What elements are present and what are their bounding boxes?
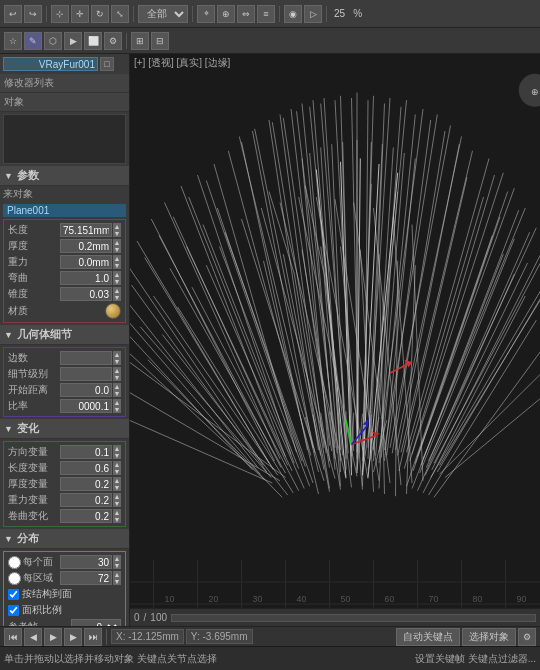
grav-var-input[interactable] [60,493,112,507]
viewport[interactable]: [+] [透视] [真实] [边缘] [130,54,540,626]
utilities-btn[interactable]: ⚙ [104,32,122,50]
per-area-input[interactable] [60,571,112,585]
render2-btn[interactable]: ▷ [304,5,322,23]
len-var-down[interactable]: ▼ [113,468,121,475]
align-btn[interactable]: ≡ [257,5,275,23]
per-area-up[interactable]: ▲ [113,571,121,578]
hierarchy-btn[interactable]: ⬡ [44,32,62,50]
undo-button[interactable]: ↩ [4,5,22,23]
grid-label-80: 80 [473,594,483,604]
thick-var-input[interactable] [60,477,112,491]
snap2-btn[interactable]: ⊕ [217,5,235,23]
mirror-btn[interactable]: ⇔ [237,5,255,23]
taper-input[interactable] [60,287,112,301]
timeline-scrubber[interactable] [171,614,536,622]
snap-btn[interactable]: ⌖ [197,5,215,23]
play-fwd-btn[interactable]: ⏭ [84,628,102,646]
ref-frame-select[interactable]: 0 [71,619,121,626]
length-input[interactable] [60,223,112,237]
thick-var-down[interactable]: ▼ [113,484,121,491]
per-area-down[interactable]: ▼ [113,578,121,585]
gravity-down[interactable]: ▼ [113,262,121,269]
gravity-up[interactable]: ▲ [113,255,121,262]
object-tree[interactable] [3,114,126,164]
grav-var-up[interactable]: ▲ [113,493,121,500]
dir-var-down[interactable]: ▼ [113,452,121,459]
thickness-up[interactable]: ▲ [113,239,121,246]
ratio-up[interactable]: ▲ [113,399,121,406]
taper-up[interactable]: ▲ [113,287,121,294]
geo-toggle[interactable]: ▼ 几何体细节 [0,325,129,345]
len-var-input[interactable] [60,461,112,475]
motion-btn[interactable]: ▶ [64,32,82,50]
flat-input[interactable] [60,383,112,397]
flat-up[interactable]: ▲ [113,383,121,390]
bend-up[interactable]: ▲ [113,271,121,278]
bend-down[interactable]: ▼ [113,278,121,285]
taper-down[interactable]: ▼ [113,294,121,301]
bend-row: 弯曲 ▲ ▼ [6,270,123,286]
per-area-radio[interactable] [8,572,21,585]
var-toggle[interactable]: ▼ 变化 [0,419,129,439]
gravity-spinner: ▲ ▼ [113,255,121,269]
per-face-up[interactable]: ▲ [113,555,121,562]
auto-key-btn[interactable]: 自动关键点 [396,628,460,646]
display-btn[interactable]: ⬜ [84,32,102,50]
length-up[interactable]: ▲ [113,223,121,230]
gravity-input[interactable] [60,255,112,269]
key-filters-btn[interactable]: ⚙ [518,628,536,646]
modifier-name-input[interactable] [3,57,98,71]
play-back-btn[interactable]: ⏮ [4,628,22,646]
layer-btn[interactable]: ⊞ [131,32,149,50]
prev-frame-btn[interactable]: ◀ [24,628,42,646]
thickness-input[interactable] [60,239,112,253]
per-face-input[interactable] [60,555,112,569]
set-key-btn[interactable]: 选择对象 [462,628,516,646]
dist-label: 分布 [17,531,39,546]
per-face-radio[interactable] [8,556,21,569]
create-btn[interactable]: ☆ [4,32,22,50]
thickness-down[interactable]: ▼ [113,246,121,253]
sides-input[interactable] [60,351,112,365]
len-var-up[interactable]: ▲ [113,461,121,468]
selection-dropdown[interactable]: 全部 [138,5,188,23]
select-btn[interactable]: ⊹ [51,5,69,23]
params-toggle[interactable]: ▼ 参数 [0,166,129,186]
scene-btn[interactable]: ⊟ [151,32,169,50]
grav-var-down[interactable]: ▼ [113,500,121,507]
bend-input[interactable] [60,271,112,285]
sides-down[interactable]: ▼ [113,358,121,365]
material-swatch[interactable] [105,303,121,319]
grid-label-70: 70 [429,594,439,604]
redo-button[interactable]: ↪ [24,5,42,23]
curl-var-up[interactable]: ▲ [113,509,121,516]
dir-var-input[interactable] [60,445,112,459]
color-swatch[interactable]: □ [100,57,114,71]
per-face-checkbox[interactable] [8,589,19,600]
next-frame-btn[interactable]: ▶ [64,628,82,646]
per-face-down[interactable]: ▼ [113,562,121,569]
rotate-btn[interactable]: ↻ [91,5,109,23]
move-btn[interactable]: ✛ [71,5,89,23]
knot-up[interactable]: ▲ [113,367,121,374]
knot-input[interactable] [60,367,112,381]
modify-btn[interactable]: ✎ [24,32,42,50]
scale-btn[interactable]: ⤡ [111,5,129,23]
dist-toggle[interactable]: ▼ 分布 [0,529,129,549]
curl-var-input[interactable] [60,509,112,523]
render-btn[interactable]: ◉ [284,5,302,23]
play-btn[interactable]: ▶ [44,628,62,646]
flat-down[interactable]: ▼ [113,390,121,397]
dir-var-up[interactable]: ▲ [113,445,121,452]
grav-var-row: 重力变量 ▲ ▼ [6,492,123,508]
knot-down[interactable]: ▼ [113,374,121,381]
ratio-checkbox[interactable] [8,605,19,616]
curl-var-down[interactable]: ▼ [113,516,121,523]
thick-var-up[interactable]: ▲ [113,477,121,484]
length-down[interactable]: ▼ [113,230,121,237]
sides-label: 边数 [8,351,60,365]
sides-up[interactable]: ▲ [113,351,121,358]
per-area-spinner: ▲ ▼ [113,571,121,585]
ratio-down[interactable]: ▼ [113,406,121,413]
ratio-input[interactable] [60,399,112,413]
